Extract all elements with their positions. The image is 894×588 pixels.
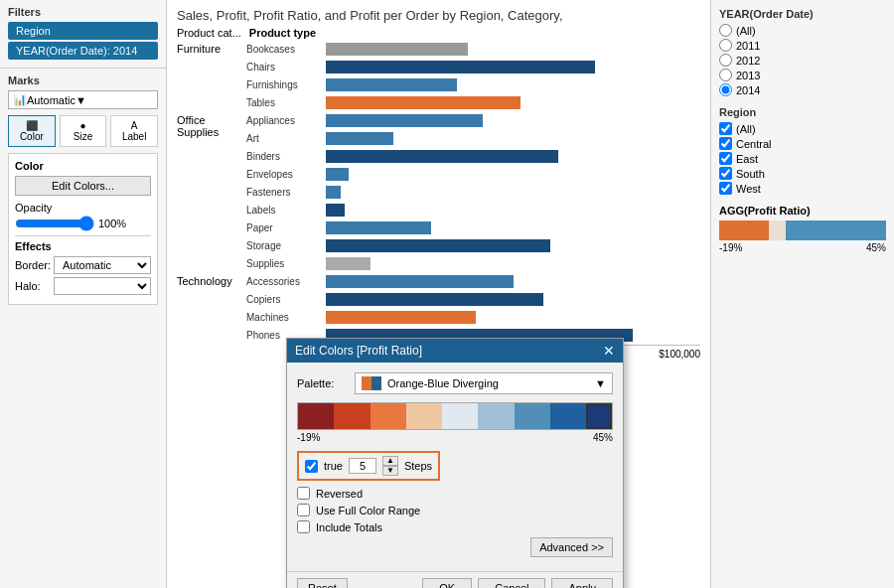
region-all-checkbox[interactable] [719, 122, 732, 135]
bookcases-row: Bookcases [246, 41, 700, 58]
agg-labels: -19% 45% [719, 242, 886, 253]
furnishings-bar [326, 78, 700, 91]
year-2011-radio[interactable] [719, 39, 732, 52]
dialog-footer: Reset OK Cancel Apply [287, 571, 623, 588]
accessories-row: Accessories [246, 273, 700, 290]
chairs-label: Chairs [246, 62, 326, 73]
paper-label: Paper [246, 222, 326, 233]
border-dropdown[interactable]: Automatic [54, 256, 151, 274]
chart-column-headers: Product cat... Product type [177, 27, 700, 39]
palette-preview-icon [362, 376, 381, 390]
filters-title: Filters [8, 6, 158, 18]
year-2012-radio[interactable] [719, 54, 732, 67]
agg-min-label: -19% [719, 242, 742, 253]
year-all-radio[interactable] [719, 24, 732, 37]
marks-dropdown-arrow-icon: ▼ [75, 94, 86, 106]
year-2011-item: 2011 [719, 39, 886, 52]
cancel-button[interactable]: Cancel [478, 578, 545, 588]
technology-cat: Technology [177, 273, 246, 345]
label-button[interactable]: A Label [110, 115, 158, 147]
filter-year[interactable]: YEAR(Order Date): 2014 [8, 42, 158, 60]
year-2013-label: 2013 [736, 70, 760, 81]
tables-bar [326, 96, 700, 109]
full-color-checkbox[interactable] [297, 504, 310, 516]
stepped-color-row: true ▲ ▼ Steps [297, 451, 440, 481]
furnishings-label: Furnishings [246, 79, 326, 90]
label-icon: A [131, 120, 138, 131]
include-totals-checkbox[interactable] [297, 520, 310, 533]
ok-button[interactable]: OK [422, 578, 472, 588]
halo-row: Halo: [15, 277, 151, 295]
year-all-item: (All) [719, 24, 886, 37]
copiers-row: Copiers [246, 291, 700, 308]
include-totals-label: Include Totals [316, 521, 382, 533]
year-2013-radio[interactable] [719, 69, 732, 81]
filter-region[interactable]: Region [8, 22, 158, 40]
region-east-checkbox[interactable] [719, 152, 732, 165]
halo-dropdown[interactable] [54, 277, 151, 295]
storage-label: Storage [246, 240, 326, 251]
art-row: Art [246, 130, 700, 147]
office-label: OfficeSupplies [177, 114, 219, 138]
labels-prod-label: Labels [246, 205, 326, 216]
copiers-label: Copiers [246, 294, 326, 305]
technology-rows: Accessories Copiers Machin [246, 273, 700, 345]
marks-dropdown-label: Automatic [27, 94, 75, 106]
reversed-checkbox[interactable] [297, 487, 310, 500]
agg-bar [719, 220, 886, 240]
chart-area: Product cat... Product type Furniture Bo… [167, 27, 710, 373]
fasteners-bar [326, 186, 700, 199]
year-2014-radio[interactable] [719, 83, 732, 96]
region-central-checkbox[interactable] [719, 137, 732, 150]
region-west-checkbox[interactable] [719, 182, 732, 195]
color-button[interactable]: ⬛ Color [8, 115, 56, 147]
product-cat-header: Product cat... [177, 27, 241, 39]
furniture-category: Furniture [177, 41, 246, 112]
palette-dropdown[interactable]: Orange-Blue Diverging ▼ [355, 372, 613, 394]
agg-bar-middle [769, 220, 786, 240]
stepped-color-checkbox[interactable] [305, 460, 318, 473]
region-all-label: (All) [736, 123, 756, 135]
region-south-checkbox[interactable] [719, 167, 732, 180]
reset-button[interactable]: Reset [297, 578, 348, 588]
grad-last [586, 403, 612, 429]
tick-5: $100,000 [659, 349, 700, 360]
fasteners-bar-fill [326, 186, 341, 199]
steps-down-button[interactable]: ▼ [382, 466, 398, 476]
machines-label: Machines [246, 312, 326, 323]
steps-input[interactable] [349, 458, 376, 474]
edit-colors-button[interactable]: Edit Colors... [15, 176, 151, 196]
binders-bar [326, 150, 700, 163]
grad-seg-7 [515, 403, 550, 429]
technology-label: Technology [177, 275, 232, 287]
gradient-labels: -19% 45% [297, 432, 613, 443]
year-filter-title: YEAR(Order Date) [719, 8, 886, 20]
furniture-rows: Bookcases Chairs Furnishin [246, 41, 700, 112]
marks-bar-icon: 📊 [13, 93, 27, 106]
opacity-slider[interactable] [15, 216, 94, 231]
dialog-close-button[interactable]: ✕ [603, 343, 615, 359]
size-button[interactable]: ● Size [60, 115, 107, 147]
apply-button[interactable]: Apply [551, 578, 613, 588]
supplies-bar [326, 257, 700, 270]
size-label: Size [74, 131, 92, 142]
region-south-item: South [719, 167, 886, 180]
opacity-row: Opacity 100% [15, 202, 151, 231]
marks-dropdown[interactable]: 📊 Automatic ▼ [8, 90, 158, 109]
year-2013-item: 2013 [719, 69, 886, 81]
color-label: Color [20, 131, 44, 142]
region-central-item: Central [719, 137, 886, 150]
bookcases-bar-fill [326, 43, 468, 56]
steps-up-button[interactable]: ▲ [382, 456, 398, 466]
paper-bar [326, 221, 700, 234]
steps-label: Steps [404, 460, 432, 472]
left-panel: Filters Region YEAR(Order Date): 2014 Ma… [0, 0, 167, 588]
art-bar-fill [326, 132, 393, 145]
right-panel: YEAR(Order Date) (All) 2011 2012 2013 20… [710, 0, 894, 588]
steps-spinner: ▲ ▼ [382, 456, 398, 476]
advanced-button[interactable]: Advanced >> [530, 537, 613, 557]
full-color-row: Use Full Color Range [297, 504, 613, 516]
appliances-bar [326, 114, 700, 127]
bookcases-bar [326, 43, 700, 56]
label-text: Label [122, 131, 146, 142]
